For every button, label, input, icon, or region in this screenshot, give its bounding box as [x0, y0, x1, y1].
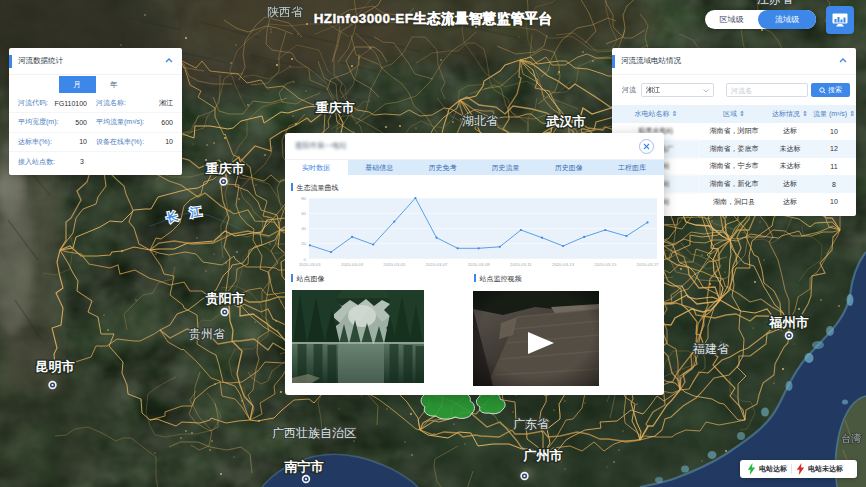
svg-text:2020-03-09: 2020-03-09: [467, 261, 490, 266]
svg-text:2020-03-07: 2020-03-07: [425, 261, 448, 266]
svg-text:广西壮族自治区: 广西壮族自治区: [272, 426, 356, 440]
svg-text:80: 80: [301, 195, 306, 200]
svg-text:2020-03-17: 2020-03-17: [636, 261, 659, 266]
svg-text:2020-03-01: 2020-03-01: [298, 261, 321, 266]
svg-text:2020-03-05: 2020-03-05: [383, 261, 406, 266]
svg-text:广东省: 广东省: [513, 417, 549, 431]
svg-text:贵阳市: 贵阳市: [206, 291, 245, 306]
svg-text:台湾: 台湾: [841, 433, 861, 444]
svg-text:2020-03-03: 2020-03-03: [341, 261, 364, 266]
svg-text:南宁市: 南宁市: [284, 459, 324, 474]
svg-text:福州市: 福州市: [769, 315, 809, 330]
svg-text:2020-03-11: 2020-03-11: [510, 261, 532, 266]
svg-text:40: 40: [301, 226, 306, 231]
svg-text:重庆市: 重庆市: [316, 100, 355, 115]
svg-text:武汉市: 武汉市: [546, 114, 586, 129]
svg-text:江: 江: [189, 205, 203, 219]
svg-text:60: 60: [301, 210, 306, 215]
svg-text:重庆市: 重庆市: [206, 161, 245, 176]
svg-text:2020-03-13: 2020-03-13: [552, 261, 575, 266]
svg-text:湖北省: 湖北省: [462, 114, 498, 128]
svg-text:贵州省: 贵州省: [189, 327, 225, 341]
svg-text:2020-03-15: 2020-03-15: [594, 261, 617, 266]
svg-text:20: 20: [301, 241, 306, 246]
svg-text:江苏省: 江苏省: [757, 0, 793, 6]
svg-text:福建省: 福建省: [692, 342, 729, 356]
svg-text:昆明市: 昆明市: [36, 359, 75, 374]
svg-text:广州市: 广州市: [523, 448, 563, 463]
